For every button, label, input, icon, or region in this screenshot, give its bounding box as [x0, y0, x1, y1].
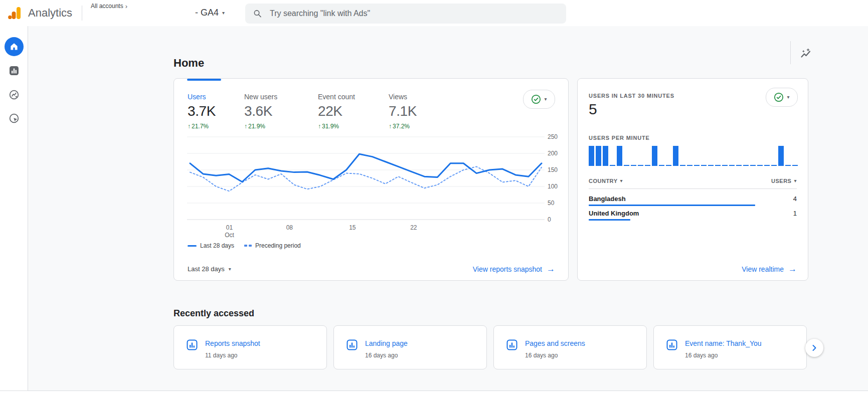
brand-name: Analytics [28, 7, 72, 20]
sidebar-item-advertising[interactable] [0, 113, 28, 124]
caret-down-icon: ▾ [544, 97, 547, 102]
recent-card-title: Event name: Thank_You [685, 339, 762, 347]
minute-bar [757, 165, 763, 166]
minute-bar [673, 146, 678, 166]
property-selector[interactable]: - GA4 ▾ [195, 8, 225, 18]
realtime-country-table: Bangladesh4United Kingdom1 [589, 192, 797, 221]
country-users-bar [589, 219, 630, 221]
x-axis-tick: 08 [277, 224, 301, 232]
home-icon [9, 42, 19, 52]
y-axis-tick: 150 [548, 166, 558, 173]
metric-value: 7.1K [389, 103, 417, 119]
up-arrow-icon: ↑ [318, 123, 321, 130]
minute-bar [645, 165, 650, 166]
trend-series-current [190, 154, 542, 181]
dashed-line-swatch [244, 245, 252, 247]
minute-bar [771, 165, 777, 166]
arrow-right-icon: → [788, 265, 797, 273]
arrow-right-icon: → [547, 265, 555, 273]
realtime-country-row: Bangladesh4 [589, 192, 797, 206]
realtime-card: USERS IN LAST 30 MINUTES ▾ 5 USERS PER M… [577, 78, 808, 281]
x-axis-labels: 01Oct081522 [187, 224, 545, 239]
minute-bar [729, 165, 735, 166]
users-column-header[interactable]: USERS ▾ [771, 178, 797, 184]
legend-last-28-days: Last 28 days [188, 242, 234, 249]
search-bar[interactable] [245, 4, 566, 24]
recent-card-pages-and-screens[interactable]: Pages and screens 16 days ago [493, 325, 647, 369]
data-quality-menu[interactable]: ▾ [766, 88, 798, 107]
recent-card-landing-page[interactable]: Landing page 16 days ago [333, 325, 487, 369]
y-axis-tick: 100 [548, 183, 558, 190]
recent-card-time: 11 days ago [205, 352, 238, 359]
metric-value: 3.6K [244, 103, 277, 119]
minute-bar [659, 165, 664, 166]
caret-down-icon: ▾ [229, 267, 231, 272]
recent-card-time: 16 days ago [365, 352, 398, 359]
reports-icon [9, 65, 20, 76]
breadcrumb-label: All accounts [91, 3, 123, 10]
recent-card-title: Pages and screens [525, 339, 585, 347]
metric-tab-event-count[interactable]: Event count 22K ↑ 31.9% [318, 93, 355, 130]
left-nav-rail [0, 26, 28, 393]
realtime-users-value: 5 [589, 101, 597, 118]
realtime-title: USERS IN LAST 30 MINUTES [589, 93, 674, 99]
minute-bar [638, 165, 643, 166]
app-header: Analytics All accounts › - GA4 ▾ [0, 0, 868, 26]
trend-chart-plot [187, 131, 545, 222]
users-per-minute-chart [589, 145, 798, 166]
metric-tab-new-users[interactable]: New users 3.6K ↑ 21.9% [244, 93, 277, 130]
minute-bar [736, 165, 742, 166]
country-users-value: 1 [793, 210, 797, 217]
y-axis-labels: 050100150200250 [548, 131, 569, 222]
property-name: - GA4 [195, 8, 219, 18]
recently-accessed-row: Reports snapshot 11 days ago Landing pag… [173, 325, 807, 369]
insights-button[interactable] [800, 48, 812, 62]
chart-legend: Last 28 days Preceding period [188, 242, 301, 249]
minute-bar [610, 165, 615, 166]
minute-bar [596, 146, 601, 166]
minute-bar [722, 165, 728, 166]
metric-delta: ↑ 31.9% [318, 123, 355, 130]
country-name: Bangladesh [589, 195, 626, 203]
sidebar-item-home[interactable] [0, 37, 28, 56]
users-per-minute-label: USERS PER MINUTE [589, 135, 650, 141]
data-quality-menu[interactable]: ▾ [523, 90, 555, 109]
minute-bar [666, 165, 671, 166]
caret-down-icon: ▾ [222, 11, 225, 16]
recent-card-time: 16 days ago [685, 352, 718, 359]
analytics-logo: Analytics [7, 5, 72, 21]
sidebar-item-reports[interactable] [0, 65, 28, 76]
carousel-next-button[interactable] [805, 339, 823, 357]
realtime-table-header: COUNTRY ▾ USERS ▾ [589, 178, 797, 189]
recent-card-event-name-thank-you[interactable]: Event name: Thank_You 16 days ago [653, 325, 807, 369]
country-column-header[interactable]: COUNTRY ▾ [589, 178, 623, 184]
minute-bar [617, 146, 622, 166]
view-reports-snapshot-link[interactable]: View reports snapshot → [473, 265, 555, 273]
caret-down-icon: ▾ [794, 178, 797, 183]
metric-tab-views[interactable]: Views 7.1K ↑ 37.2% [389, 93, 417, 130]
recent-card-reports-snapshot[interactable]: Reports snapshot 11 days ago [173, 325, 327, 369]
up-arrow-icon: ↑ [188, 123, 191, 130]
minute-bar [603, 146, 608, 166]
search-input[interactable] [269, 9, 558, 19]
metric-tab-users[interactable]: Users 3.7K ↑ 21.7% [188, 93, 216, 130]
check-circle-icon [531, 94, 541, 104]
active-metric-indicator [187, 79, 221, 81]
minute-bar [701, 165, 707, 166]
view-realtime-link[interactable]: View realtime → [742, 265, 797, 273]
metric-label: Event count [318, 93, 355, 101]
metric-label: Views [389, 93, 417, 101]
y-axis-tick: 0 [548, 216, 551, 223]
chevron-right-icon: › [125, 3, 127, 10]
date-range-selector[interactable]: Last 28 days ▾ [188, 265, 231, 273]
minute-bar [589, 146, 594, 166]
sidebar-item-explore[interactable] [0, 89, 28, 100]
metric-delta: ↑ 21.9% [244, 123, 277, 130]
country-users-value: 4 [793, 195, 797, 203]
home-active-circle [5, 37, 24, 56]
up-arrow-icon: ↑ [389, 123, 392, 130]
breadcrumb[interactable]: All accounts › [91, 3, 127, 10]
minute-bar [694, 165, 700, 166]
report-icon [666, 339, 678, 351]
page-title: Home [173, 57, 204, 70]
